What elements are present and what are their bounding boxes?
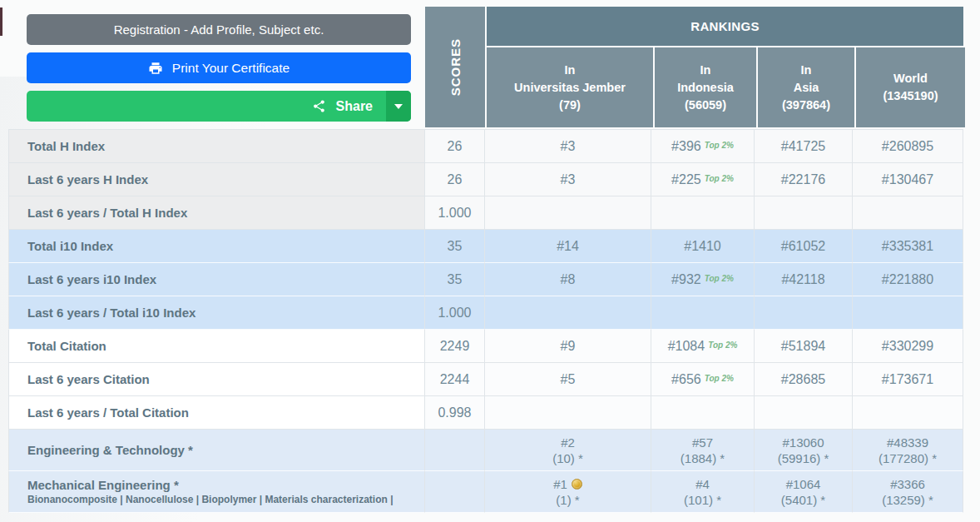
header-spacer (8, 7, 425, 129)
score-cell (425, 430, 485, 471)
row-label: Total H Index (8, 130, 425, 163)
rank-cell (485, 296, 651, 330)
rank-cell (853, 396, 963, 430)
rank-cell (651, 196, 755, 230)
top2-badge: Top 2% (705, 174, 734, 183)
rank-cell: #5 (485, 363, 651, 396)
rank-cell: #225Top 2% (651, 163, 755, 196)
column-header-world: World (1345190) (854, 47, 965, 127)
rank-cell (651, 396, 755, 430)
score-cell: 1.000 (425, 296, 485, 330)
table-row: Last 6 years / Total H Index 1.000 (8, 196, 963, 230)
table-body: Total H Index 26 #3 #396Top 2% #41725 #2… (8, 129, 963, 513)
rank-cell: #1064(5401) * (755, 471, 853, 513)
scores-column-header: SCORES (425, 7, 485, 127)
top2-badge: Top 2% (708, 341, 737, 350)
row-sublabel: Bionanocomposite | Nanocellulose | Biopo… (27, 494, 393, 505)
rank-cell: #173671 (853, 363, 963, 396)
rank-cell: #221880 (853, 263, 963, 296)
row-label: Last 6 years / Total i10 Index (8, 296, 425, 330)
rank-cell: #61052 (755, 230, 853, 263)
rank-cell (755, 396, 853, 430)
row-label: Last 6 years / Total H Index (8, 196, 425, 230)
rank-cell (485, 396, 651, 430)
table-row: Last 6 years Citation 2244 #5 #656Top 2%… (8, 363, 963, 396)
row-label: Engineering & Technology * (8, 430, 425, 471)
score-cell (425, 471, 485, 513)
rank-cell: #57(1884) * (651, 430, 755, 471)
table-header: SCORES RANKINGS In Universitas Jember (7… (8, 7, 963, 129)
rank-cell: #28685 (755, 363, 853, 396)
score-cell: 35 (425, 263, 485, 296)
table-row: Last 6 years / Total Citation 0.998 (8, 396, 963, 430)
top2-badge: Top 2% (705, 274, 734, 283)
column-header-indonesia: In Indonesia (56059) (653, 47, 756, 127)
scores-header-label: SCORES (448, 38, 463, 96)
rank-cell: #13060(59916) * (755, 430, 853, 471)
column-header-asia: In Asia (397864) (756, 47, 854, 127)
rank-cell: #1084Top 2% (651, 330, 755, 363)
left-edge-artifact (0, 7, 2, 36)
row-label: Total Citation (8, 330, 425, 363)
rankings-header-block: RANKINGS In Universitas Jember (79) In I… (485, 7, 963, 127)
table-row: Last 6 years H Index 26 #3 #225Top 2% #2… (8, 163, 963, 196)
column-header-universitas-jember: In Universitas Jember (79) (487, 47, 653, 127)
rankings-header-label: RANKINGS (690, 19, 759, 33)
rank-cell: #41725 (755, 130, 853, 163)
rank-cell: #51894 (755, 330, 853, 363)
rank-cell (755, 296, 853, 330)
rank-cell: #8 (485, 263, 651, 296)
score-cell: 2244 (425, 363, 485, 396)
rank-cell: #1410 (651, 230, 755, 263)
rank-cell: #330299 (853, 330, 963, 363)
rankings-header: RANKINGS (487, 7, 963, 46)
rank-cell: #14 (485, 230, 651, 263)
score-cell: 26 (425, 130, 485, 163)
rank-cell (853, 296, 963, 330)
rank-cell (755, 196, 853, 230)
rank-cell (853, 196, 963, 230)
rank-cell: #42118 (755, 263, 853, 296)
row-label: Mechanical Engineering * Bionanocomposit… (8, 471, 425, 513)
rank-cell: #3 (485, 130, 651, 163)
top2-badge: Top 2% (705, 141, 734, 150)
row-label: Last 6 years Citation (8, 363, 425, 396)
score-cell: 26 (425, 163, 485, 196)
row-label: Total i10 Index (8, 230, 425, 263)
table-row: Mechanical Engineering * Bionanocomposit… (8, 471, 963, 513)
gold-medal-icon (572, 479, 582, 490)
score-cell: 1.000 (425, 196, 485, 230)
rank-cell (485, 196, 651, 230)
rank-cell: #130467 (853, 163, 963, 196)
rank-cell: #4(101) * (651, 471, 755, 513)
rank-cell: #48339(177280) * (853, 430, 963, 471)
rank-cell: #3 (485, 163, 651, 196)
row-label: Last 6 years i10 Index (8, 263, 425, 296)
rank-cell: #22176 (755, 163, 853, 196)
rank-cell: #335381 (853, 230, 963, 263)
rank-cell: #2(10) * (485, 430, 651, 471)
table-row: Last 6 years / Total i10 Index 1.000 (8, 296, 963, 330)
rankings-subheader: In Universitas Jember (79) In Indonesia … (487, 47, 963, 127)
table-row: Total Citation 2249 #9 #1084Top 2% #5189… (8, 330, 963, 363)
table-row: Engineering & Technology * #2(10) * #57(… (8, 430, 963, 471)
rankings-table: SCORES RANKINGS In Universitas Jember (7… (8, 7, 963, 513)
rank-cell: #3366(13259) * (853, 471, 963, 513)
rank-cell: #656Top 2% (651, 363, 755, 396)
top2-badge: Top 2% (705, 374, 734, 383)
rank-cell: #9 (485, 330, 651, 363)
profile-rankings-page: Registration - Add Profile, Subject etc.… (0, 0, 980, 522)
table-row: Total i10 Index 35 #14 #1410 #61052 #335… (8, 230, 963, 263)
row-label: Last 6 years / Total Citation (8, 396, 425, 430)
rank-cell: #396Top 2% (651, 130, 755, 163)
score-cell: 35 (425, 230, 485, 263)
rank-cell: #932Top 2% (651, 263, 755, 296)
rank-cell: #1(1) * (485, 471, 651, 513)
rank-cell: #260895 (853, 130, 963, 163)
rank-cell (651, 296, 755, 330)
table-row: Total H Index 26 #3 #396Top 2% #41725 #2… (8, 130, 963, 163)
score-cell: 2249 (425, 330, 485, 363)
row-label: Last 6 years H Index (8, 163, 425, 196)
score-cell: 0.998 (425, 396, 485, 430)
table-row: Last 6 years i10 Index 35 #8 #932Top 2% … (8, 263, 963, 296)
